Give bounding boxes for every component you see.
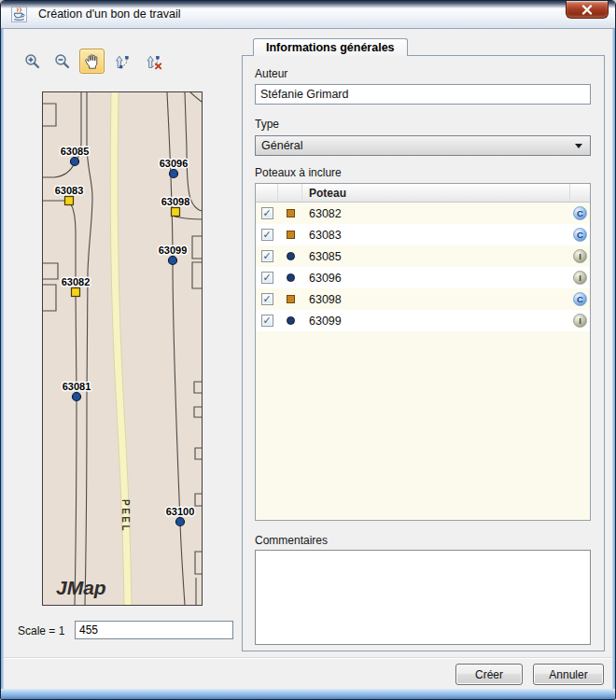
checkbox-cell: ✓ bbox=[256, 229, 278, 241]
dialog-window: Création d'un bon de travail bbox=[0, 0, 616, 700]
type-select[interactable]: Général bbox=[255, 135, 591, 156]
row-status-icon[interactable]: C bbox=[573, 228, 587, 242]
delete-pole-button[interactable] bbox=[141, 49, 166, 74]
marker-cell bbox=[278, 209, 302, 217]
delete-pole-icon bbox=[146, 53, 162, 70]
move-pole-button[interactable] bbox=[109, 49, 134, 74]
pole-square-marker-icon bbox=[287, 231, 295, 239]
poteaux-table-body: ✓63082C✓63083C✓63085I✓63096I✓63098C✓6309… bbox=[256, 203, 590, 331]
column-header-status bbox=[570, 184, 590, 202]
java-app-icon bbox=[11, 7, 27, 22]
zoom-out-icon bbox=[54, 53, 71, 70]
status-cell: C bbox=[570, 292, 590, 306]
commentaires-label: Commentaires bbox=[255, 534, 328, 547]
general-info-panel: Auteur Type Général Poteaux à inclure Po… bbox=[242, 55, 605, 651]
map-canvas[interactable]: PEEL 63085630966308363098630996308263081… bbox=[43, 92, 202, 605]
map-marker-circle[interactable] bbox=[176, 518, 185, 526]
row-checkbox[interactable]: ✓ bbox=[261, 315, 273, 327]
map-marker-label: 63099 bbox=[159, 245, 188, 256]
column-header-poteau: Poteau bbox=[302, 184, 570, 202]
row-checkbox[interactable]: ✓ bbox=[261, 250, 273, 262]
pole-circle-marker-icon bbox=[287, 252, 295, 260]
table-row[interactable]: ✓63098C bbox=[256, 288, 590, 310]
zoom-out-button[interactable] bbox=[49, 49, 75, 74]
map-marker-label: 63082 bbox=[62, 276, 91, 287]
marker-cell bbox=[278, 231, 302, 239]
chevron-down-icon bbox=[575, 144, 582, 148]
row-poteau-value: 63096 bbox=[302, 272, 570, 285]
row-checkbox[interactable]: ✓ bbox=[261, 272, 273, 284]
row-poteau-value: 63099 bbox=[302, 315, 570, 328]
pole-circle-marker-icon bbox=[287, 273, 295, 282]
map-marker-square[interactable] bbox=[172, 208, 180, 217]
column-header-checkbox bbox=[256, 184, 278, 202]
map-marker-circle[interactable] bbox=[170, 170, 178, 178]
table-row[interactable]: ✓63096I bbox=[256, 267, 590, 288]
auteur-label: Auteur bbox=[255, 67, 287, 80]
table-header: Poteau bbox=[256, 184, 590, 203]
titlebar: Création d'un bon de travail bbox=[1, 1, 615, 29]
map-marker-circle[interactable] bbox=[73, 393, 81, 401]
pole-circle-marker-icon bbox=[287, 316, 295, 325]
map-marker-label: 63083 bbox=[55, 185, 84, 196]
pan-button[interactable] bbox=[79, 49, 105, 74]
map-marker-label: 63085 bbox=[61, 146, 90, 157]
button-bar-separator bbox=[4, 657, 612, 659]
checkbox-cell: ✓ bbox=[256, 207, 278, 219]
row-checkbox[interactable]: ✓ bbox=[261, 293, 273, 305]
table-row[interactable]: ✓63083C bbox=[256, 224, 590, 245]
marker-cell bbox=[278, 273, 302, 282]
window-title: Création d'un bon de travail bbox=[38, 1, 180, 28]
checkbox-cell: ✓ bbox=[256, 293, 278, 305]
row-status-icon[interactable]: I bbox=[573, 249, 587, 263]
type-selected-value: Général bbox=[261, 139, 302, 152]
table-row[interactable]: ✓63082C bbox=[256, 203, 590, 224]
cancel-button[interactable]: Annuler bbox=[533, 664, 604, 685]
hand-icon bbox=[84, 53, 101, 70]
scale-input[interactable] bbox=[75, 621, 233, 639]
map-marker-square[interactable] bbox=[65, 197, 74, 205]
zoom-in-button[interactable] bbox=[20, 49, 45, 74]
poteaux-label: Poteaux à inclure bbox=[255, 166, 342, 179]
row-poteau-value: 63082 bbox=[302, 207, 570, 220]
row-status-icon[interactable]: I bbox=[573, 271, 587, 285]
row-status-icon[interactable]: C bbox=[573, 206, 587, 220]
map-frame: PEEL 63085630966308363098630996308263081… bbox=[42, 91, 203, 606]
checkbox-cell: ✓ bbox=[256, 250, 278, 262]
pole-square-marker-icon bbox=[287, 209, 295, 217]
marker-cell bbox=[278, 316, 302, 325]
map-street-label: PEEL bbox=[120, 499, 131, 533]
table-row[interactable]: ✓63085I bbox=[256, 245, 590, 267]
auteur-input[interactable] bbox=[255, 84, 591, 105]
map-marker-square[interactable] bbox=[72, 288, 80, 297]
window-border-right bbox=[612, 29, 615, 699]
row-poteau-value: 63085 bbox=[302, 250, 570, 263]
close-button[interactable] bbox=[566, 1, 609, 19]
status-cell: I bbox=[570, 249, 590, 263]
checkbox-cell: ✓ bbox=[256, 272, 278, 284]
tab-informations-generales[interactable]: Informations générales bbox=[253, 38, 408, 56]
poteaux-table: Poteau ✓63082C✓63083C✓63085I✓63096I✓6309… bbox=[255, 183, 591, 521]
row-checkbox[interactable]: ✓ bbox=[261, 207, 273, 219]
map-marker-circle[interactable] bbox=[71, 158, 79, 166]
marker-cell bbox=[278, 252, 302, 260]
map-marker-label: 63096 bbox=[160, 158, 189, 169]
commentaires-textarea[interactable] bbox=[255, 550, 591, 645]
column-header-marker bbox=[278, 184, 302, 202]
row-poteau-value: 63098 bbox=[302, 293, 570, 306]
status-cell: I bbox=[570, 314, 590, 328]
map-marker-label: 63081 bbox=[63, 381, 91, 392]
window-border-bottom bbox=[1, 689, 615, 699]
move-pole-icon bbox=[114, 53, 131, 70]
table-row[interactable]: ✓63099I bbox=[256, 310, 590, 331]
zoom-in-icon bbox=[24, 53, 41, 70]
row-checkbox[interactable]: ✓ bbox=[261, 229, 273, 241]
map-marker-circle[interactable] bbox=[169, 257, 177, 265]
checkbox-cell: ✓ bbox=[256, 315, 278, 327]
row-status-icon[interactable]: C bbox=[573, 292, 587, 306]
create-button[interactable]: Créer bbox=[455, 664, 523, 685]
marker-cell bbox=[278, 295, 302, 303]
dialog-content: PEEL 63085630966308363098630996308263081… bbox=[4, 29, 612, 689]
row-status-icon[interactable]: I bbox=[573, 314, 587, 328]
status-cell: I bbox=[570, 271, 590, 285]
